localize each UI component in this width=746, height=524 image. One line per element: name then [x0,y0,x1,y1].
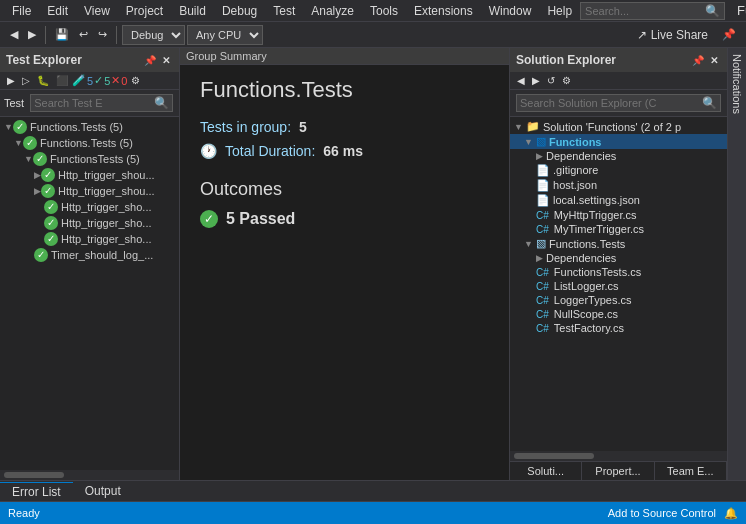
tab-output[interactable]: Output [73,482,133,500]
menu-build[interactable]: Build [171,2,214,20]
save-button[interactable]: 💾 [51,24,73,46]
sol-item-label: FunctionsTests.cs [554,266,641,278]
arrow-icon: ▶ [34,170,41,180]
test-tree-item-2[interactable]: ▼ ✓ FunctionsTests (5) [0,151,179,167]
sol-search-input[interactable] [520,97,702,109]
test-item-label: Http_trigger_shou... [58,185,155,197]
test-explorer-close[interactable]: ✕ [159,55,173,66]
sol-solution-root[interactable]: ▼ 📁 Solution 'Functions' (2 of 2 p [510,119,727,134]
cpu-dropdown[interactable]: Any CPU [187,25,263,45]
test-count-badge-blue: 🧪 5 [72,74,93,87]
sol-item-loggertypes[interactable]: C# LoggerTypes.cs [510,293,727,307]
sol-item-host[interactable]: 📄 host.json [510,178,727,193]
test-item-label: Http_trigger_sho... [61,201,152,213]
menu-project[interactable]: Project [118,2,171,20]
test-explorer-title: Test Explorer [6,53,141,67]
test-scrollbar-h[interactable] [0,470,179,480]
duration-label: Total Duration: [225,143,315,159]
forward-button[interactable]: ▶ [24,24,40,46]
test-search-input[interactable] [34,97,154,109]
live-share-button[interactable]: ↗ Live Share [629,26,716,44]
menu-analyze[interactable]: Analyze [303,2,362,20]
sol-item-label: Functions.Tests [549,238,625,250]
passed-label: 5 Passed [226,210,295,228]
sol-item-localsettings[interactable]: 📄 local.settings.json [510,193,727,208]
project-icon: ▧ [536,135,546,148]
test-count-badge-green: ✓ 5 [94,74,110,87]
sol-item-deps[interactable]: ▶ Dependencies [510,149,727,163]
separator-1 [45,26,46,44]
menu-bar: File Edit View Project Build Debug Test … [0,0,746,22]
sol-item-tests-deps[interactable]: ▶ Dependencies [510,251,727,265]
sol-arrow-icon: ▶ [536,151,543,161]
menu-test[interactable]: Test [265,2,303,20]
sol-item-mytimertrigger[interactable]: C# MyTimerTrigger.cs [510,222,727,236]
sol-tab-properties[interactable]: Propert... [582,462,654,480]
test-tree-item-0[interactable]: ▼ ✓ Functions.Tests (5) [0,119,179,135]
sol-item-nullscope[interactable]: C# NullScope.cs [510,307,727,321]
sol-item-label: MyTimerTrigger.cs [554,223,644,235]
menu-extensions[interactable]: Extensions [406,2,481,20]
sol-back-button[interactable]: ◀ [514,74,528,87]
test-list: ▼ ✓ Functions.Tests (5) ▼ ✓ Functions.Te… [0,117,179,470]
run-selected-button[interactable]: ▷ [19,74,33,87]
test-tree-item-8[interactable]: ✓ Timer_should_log_... [0,247,179,263]
sol-refresh-button[interactable]: ↺ [544,74,558,87]
stop-test-button[interactable]: ⬛ [53,74,71,87]
test-explorer-pin[interactable]: 📌 [141,55,159,66]
redo-button[interactable]: ↪ [94,24,111,46]
tests-in-group-value: 5 [299,119,307,135]
sol-item-label: 📄 host.json [536,179,597,192]
menu-debug[interactable]: Debug [214,2,265,20]
notifications-tab[interactable]: Notifications [727,48,746,480]
sol-item-label: TestFactory.cs [554,322,624,334]
test-tree-item-5[interactable]: ✓ Http_trigger_sho... [0,199,179,215]
test-tree-item-3[interactable]: ▶ ✓ Http_trigger_shou... [0,167,179,183]
sol-tab-solution[interactable]: Soluti... [510,462,582,480]
solution-tree: ▼ 📁 Solution 'Functions' (2 of 2 p ▼ ▧ F… [510,117,727,451]
sol-item-functions-tests[interactable]: ▼ ▧ Functions.Tests [510,236,727,251]
sol-item-gitignore[interactable]: 📄 .gitignore [510,163,727,178]
sol-item-label: 📄 .gitignore [536,164,598,177]
sol-scrollbar-h[interactable] [510,451,727,461]
menu-edit[interactable]: Edit [39,2,76,20]
back-button[interactable]: ◀ [6,24,22,46]
center-panel: Group Summary Functions.Tests Tests in g… [180,48,509,480]
debug-test-button[interactable]: 🐛 [34,74,52,87]
sol-item-listlogger[interactable]: C# ListLogger.cs [510,279,727,293]
menu-file[interactable]: File [4,2,39,20]
sol-close-button[interactable]: ✕ [707,55,721,66]
sol-pin-button[interactable]: 📌 [689,55,707,66]
undo-button[interactable]: ↩ [75,24,92,46]
sol-forward-button[interactable]: ▶ [529,74,543,87]
tab-error-list[interactable]: Error List [0,482,73,501]
debug-dropdown[interactable]: Debug [122,25,185,45]
sol-item-testfactory[interactable]: C# TestFactory.cs [510,321,727,335]
duration-value: 66 ms [323,143,363,159]
menu-view[interactable]: View [76,2,118,20]
add-to-source-label[interactable]: Add to Source Control [608,507,716,519]
menu-search-input[interactable] [585,5,705,17]
menu-help[interactable]: Help [539,2,580,20]
arrow-icon: ▼ [14,138,23,148]
menu-tools[interactable]: Tools [362,2,406,20]
test-tree-item-4[interactable]: ▶ ✓ Http_trigger_shou... [0,183,179,199]
status-bar: Ready Add to Source Control 🔔 [0,502,746,524]
cs-icon: C# [536,295,549,306]
sol-settings-button[interactable]: ⚙ [559,74,574,87]
test-tree-item-6[interactable]: ✓ Http_trigger_sho... [0,215,179,231]
sol-tab-team[interactable]: Team E... [655,462,727,480]
test-item-label: FunctionsTests (5) [50,153,140,165]
sol-item-functions[interactable]: ▼ ▧ Functions [510,134,727,149]
sol-item-functionstests-cs[interactable]: C# FunctionsTests.cs [510,265,727,279]
sol-search-icon: 🔍 [702,96,717,110]
app-title: Functions [725,1,746,20]
pin-button[interactable]: 📌 [718,24,740,46]
filter-button[interactable]: ⚙ [128,74,143,87]
sol-item-myhttptrigger[interactable]: C# MyHttpTrigger.cs [510,208,727,222]
test-tree-item-7[interactable]: ✓ Http_trigger_sho... [0,231,179,247]
run-all-button[interactable]: ▶ [4,74,18,87]
menu-window[interactable]: Window [481,2,540,20]
test-tree-item-1[interactable]: ▼ ✓ Functions.Tests (5) [0,135,179,151]
notification-icon[interactable]: 🔔 [724,507,738,520]
